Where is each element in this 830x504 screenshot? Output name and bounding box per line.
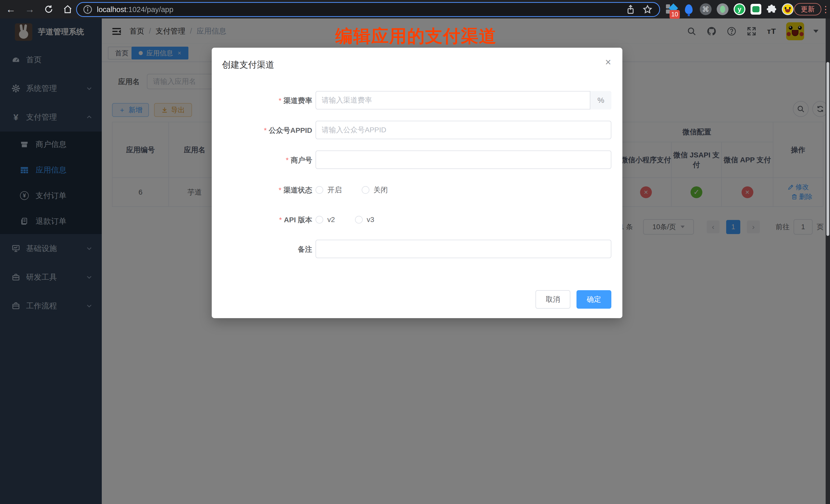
dialog-footer: 取消 确定 — [536, 290, 611, 309]
home-icon — [63, 5, 72, 14]
extension-diamond-icon[interactable]: 10 — [666, 3, 678, 15]
browser-back-button[interactable]: ← — [4, 3, 18, 16]
status-field: 开启 关闭 — [316, 183, 611, 197]
percent-suffix: % — [590, 91, 611, 109]
browser-reload-button[interactable] — [42, 3, 55, 16]
dialog-title: 创建支付渠道 — [222, 59, 274, 71]
api-option-v3[interactable]: v3 — [355, 216, 375, 224]
screen: ← → localhost:1024/pay/app 10 ⌘ y — [0, 0, 830, 504]
browser-menu-icon[interactable]: ⋮ — [821, 3, 830, 16]
bookmark-star-icon[interactable] — [642, 4, 652, 14]
confirm-button[interactable]: 确定 — [576, 290, 611, 309]
extensions-puzzle-icon[interactable] — [766, 4, 777, 14]
radio-icon — [316, 186, 323, 194]
api-version-field: v2 v3 — [316, 213, 611, 227]
appid-label: *公众号APPID — [212, 126, 312, 135]
browser-update-button[interactable]: 更新 — [794, 3, 821, 15]
radio-icon — [355, 216, 363, 224]
url-path: :1024/pay/app — [126, 5, 173, 13]
extension-chat-icon[interactable] — [751, 4, 761, 14]
status-option-disabled[interactable]: 关闭 — [362, 185, 388, 195]
extension-recorder-icon[interactable] — [717, 3, 729, 15]
extension-command-icon[interactable]: ⌘ — [700, 3, 711, 15]
url-bar[interactable]: localhost:1024/pay/app — [76, 2, 660, 17]
scrollbar-thumb[interactable] — [826, 62, 829, 236]
rate-input[interactable] — [316, 91, 611, 109]
rate-label: *渠道费率 — [212, 96, 312, 106]
appid-field — [316, 121, 611, 139]
mchid-label: *商户号 — [212, 155, 312, 165]
remark-input[interactable] — [316, 240, 611, 258]
browser-chrome: ← → localhost:1024/pay/app 10 ⌘ y — [0, 0, 830, 19]
extension-y-icon[interactable]: y — [734, 3, 745, 15]
extension-icons: 10 ⌘ y — [666, 2, 794, 17]
browser-home-button[interactable] — [61, 3, 74, 16]
mchid-field — [316, 151, 611, 169]
url-host: localhost — [97, 5, 126, 13]
remark-field — [316, 240, 611, 258]
close-icon[interactable]: × — [605, 57, 611, 67]
site-info-icon[interactable] — [83, 4, 93, 14]
api-option-v2[interactable]: v2 — [316, 216, 335, 224]
browser-profile-avatar[interactable] — [782, 3, 794, 15]
extension-badge: 10 — [670, 10, 680, 19]
radio-icon — [316, 216, 323, 224]
mchid-input[interactable] — [316, 151, 611, 169]
status-label: *渠道状态 — [212, 185, 312, 195]
remark-label: 备注 — [212, 245, 312, 254]
browser-forward-button[interactable]: → — [23, 3, 36, 16]
appid-input[interactable] — [316, 121, 611, 139]
extension-balloon-icon[interactable] — [683, 3, 695, 15]
status-option-enabled[interactable]: 开启 — [316, 185, 342, 195]
create-channel-dialog: 创建支付渠道 × *渠道费率 % *公众号APPID *商户号 *渠道状态 — [212, 48, 622, 318]
api-version-label: *API 版本 — [212, 215, 312, 225]
radio-icon — [362, 186, 370, 194]
rate-field: % — [316, 91, 611, 109]
annotation-text: 编辑应用的支付渠道 — [335, 25, 497, 48]
reload-icon — [44, 5, 53, 14]
url-text: localhost:1024/pay/app — [97, 5, 173, 14]
share-icon[interactable] — [626, 4, 636, 14]
cancel-button[interactable]: 取消 — [536, 290, 570, 309]
